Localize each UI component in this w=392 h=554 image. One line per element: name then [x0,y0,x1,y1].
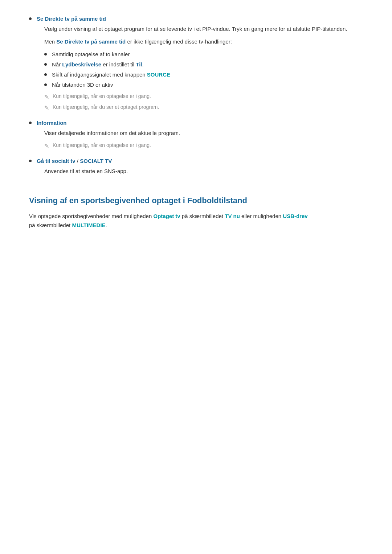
sports-para-end-prefix: på skærmbilledet [29,222,72,228]
bullet-circle-1 [29,17,32,20]
sub-bullet-4 [44,83,47,86]
restriction-link[interactable]: Se Direkte tv på samme tid [56,38,126,45]
sub-item-2-prefix: Når [52,61,62,67]
main-list: Se Direkte tv på samme tid Vælg under vi… [29,15,363,180]
se-direkte-tv-restriction: Men Se Direkte tv på samme tid er ikke t… [44,37,363,46]
optaget-tv-link[interactable]: Optaget tv [153,213,180,219]
note-1-1-text: Kun tilgængelig, når en optagelse er i g… [53,92,151,100]
sub-bullet-3 [44,73,47,76]
sub-item-3-prefix: Skift af indgangssignalet med knappen [52,71,147,78]
restriction-suffix: er ikke tilgængelig med disse tv-handlin… [126,38,232,45]
pencil-icon-3: ✎ [44,141,49,151]
item-body-2: Viser detaljerede informationer om det a… [44,129,363,151]
se-direkte-tv-link[interactable]: Se Direkte tv på samme tid [37,16,106,22]
sub-bullet-1 [44,53,47,56]
sub-item-2-middle: er indstillet til [101,61,136,67]
source-link[interactable]: SOURCE [147,71,170,78]
sub-item-1: Samtidig optagelse af to kanaler [44,50,363,59]
sub-item-2-content: Når Lydbeskrivelse er indstillet til Til… [52,60,144,69]
sports-section-para: Vis optagede sportsbegivenheder med muli… [29,212,363,230]
note-1-2: ✎ Kun tilgængelig, når du ser et optaget… [44,103,363,113]
list-item-information: Information Viser detaljerede informatio… [29,119,363,155]
sports-section-heading: Visning af en sportsbegivenhed optaget i… [29,194,363,207]
socialt-tv-link2[interactable]: SOCIALT TV [80,158,112,164]
sub-item-2: Når Lydbeskrivelse er indstillet til Til… [44,60,363,69]
pencil-icon-1: ✎ [44,93,49,102]
sub-item-2-suffix: . [142,61,143,67]
item-content-3: Gå til socialt tv / SOCIALT TV Anvendes … [37,157,363,180]
note-1-2-text: Kun tilgængelig, når du ser et optaget p… [53,103,159,111]
sub-list-1: Samtidig optagelse af to kanaler Når Lyd… [44,50,363,89]
socialt-tv-para1: Anvendes til at starte en SNS-app. [44,167,363,176]
til-link[interactable]: Til [136,61,142,67]
item-content-1: Se Direkte tv på samme tid Vælg under vi… [37,15,363,116]
list-item-se-direkte-tv: Se Direkte tv på samme tid Vælg under vi… [29,15,363,116]
information-link[interactable]: Information [37,120,67,126]
note-2-1: ✎ Kun tilgængelig, når en optagelse er i… [44,141,363,151]
list-item-socialt-tv: Gå til socialt tv / SOCIALT TV Anvendes … [29,157,363,180]
socialt-tv-separator: / [75,158,80,164]
lydbeskrivelse-link[interactable]: Lydbeskrivelse [62,61,101,67]
sub-item-3-content: Skift af indgangssignalet med knappen SO… [52,70,170,79]
sports-section: Visning af en sportsbegivenhed optaget i… [29,194,363,230]
sports-para-middle1: på skærmbilledet [180,213,225,219]
page-content: Se Direkte tv på samme tid Vælg under vi… [29,15,363,230]
ga-til-socialt-tv-link[interactable]: Gå til socialt tv [37,158,75,164]
usb-drev-link[interactable]: USB-drev [283,213,307,219]
pencil-icon-2: ✎ [44,103,49,113]
note-1-1: ✎ Kun tilgængelig, når en optagelse er i… [44,92,363,102]
multimedie-link[interactable]: MULTIMEDIE [72,222,105,228]
sub-item-3: Skift af indgangssignalet med knappen SO… [44,70,363,79]
restriction-prefix: Men [44,38,56,45]
item-body-1: Vælg under visning af et optaget program… [44,25,363,113]
bullet-circle-2 [29,122,32,124]
sub-item-4-text: Når tilstanden 3D er aktiv [52,81,113,89]
information-para1: Viser detaljerede informationer om det a… [44,129,363,138]
sports-para-middle2: eller muligheden [240,213,283,219]
sub-item-4: Når tilstanden 3D er aktiv [44,81,363,89]
bullet-circle-3 [29,160,32,162]
note-2-1-text: Kun tilgængelig, når en optagelse er i g… [53,141,151,149]
item-content-2: Information Viser detaljerede informatio… [37,119,363,155]
sub-item-1-text: Samtidig optagelse af to kanaler [52,50,130,59]
item-body-3: Anvendes til at starte en SNS-app. [44,167,363,176]
socialt-tv-label: Gå til socialt tv / SOCIALT TV [37,158,112,164]
sports-para-prefix: Vis optagede sportsbegivenheder med muli… [29,213,153,219]
sports-para-end-suffix: . [106,222,107,228]
se-direkte-tv-para1: Vælg under visning af et optaget program… [44,25,363,34]
sub-bullet-2 [44,63,47,66]
tv-nu-link[interactable]: TV nu [225,213,240,219]
